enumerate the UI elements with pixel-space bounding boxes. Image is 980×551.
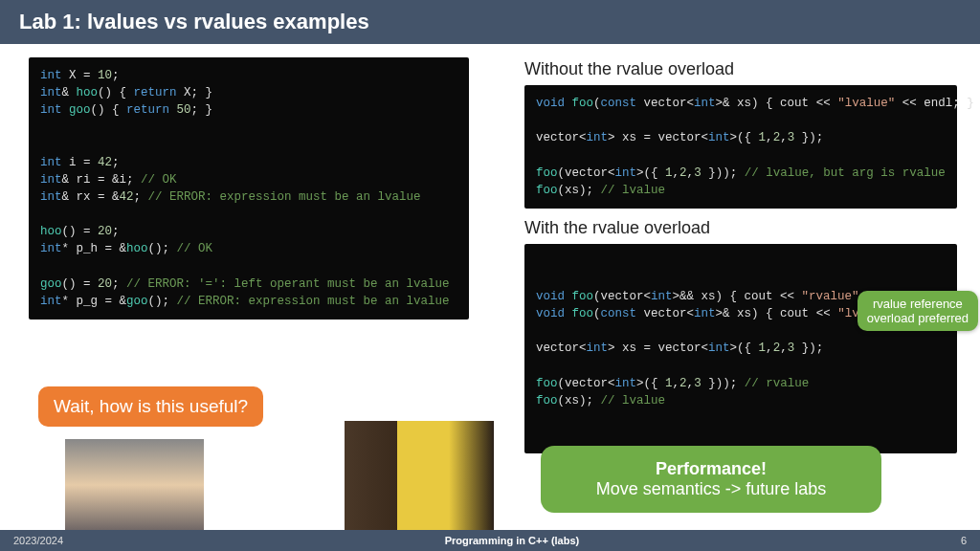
footer-year: 2023/2024 (13, 535, 63, 546)
code-block-with-overload: void foo(vector<int>&& xs) { cout << "rv… (524, 244, 957, 453)
code-block-without-overload: void foo(const vector<int>& xs) { cout <… (524, 85, 957, 209)
footer: 2023/2024 Programming in C++ (labs) 6 (0, 530, 980, 551)
footer-course: Programming in C++ (labs) (445, 535, 580, 546)
callout-title: Performance! (558, 459, 864, 479)
callout-line: overload preferred (867, 311, 969, 325)
callout-line: rvalue reference (867, 297, 969, 311)
section-heading-with: With the rvalue overload (524, 218, 957, 238)
slide-body: int X = 10; int& hoo() { return X; } int… (0, 44, 980, 516)
callout-rvalue-preferred: rvalue reference overload preferred (858, 291, 978, 331)
callout-performance: Performance! Move semantics -> future la… (541, 446, 881, 513)
slide-title: Lab 1: lvalues vs rvalues examples (0, 0, 980, 44)
callout-question: Wait, how is this useful? (38, 386, 263, 427)
left-column: int X = 10; int& hoo() { return X; } int… (29, 57, 469, 329)
footer-page: 6 (961, 535, 967, 546)
callout-sub: Move semantics -> future labs (558, 479, 864, 499)
right-column: Without the rvalue overload void foo(con… (524, 57, 957, 463)
section-heading-without: Without the rvalue overload (524, 59, 957, 79)
code-block-lvalues: int X = 10; int& hoo() { return X; } int… (29, 57, 469, 320)
